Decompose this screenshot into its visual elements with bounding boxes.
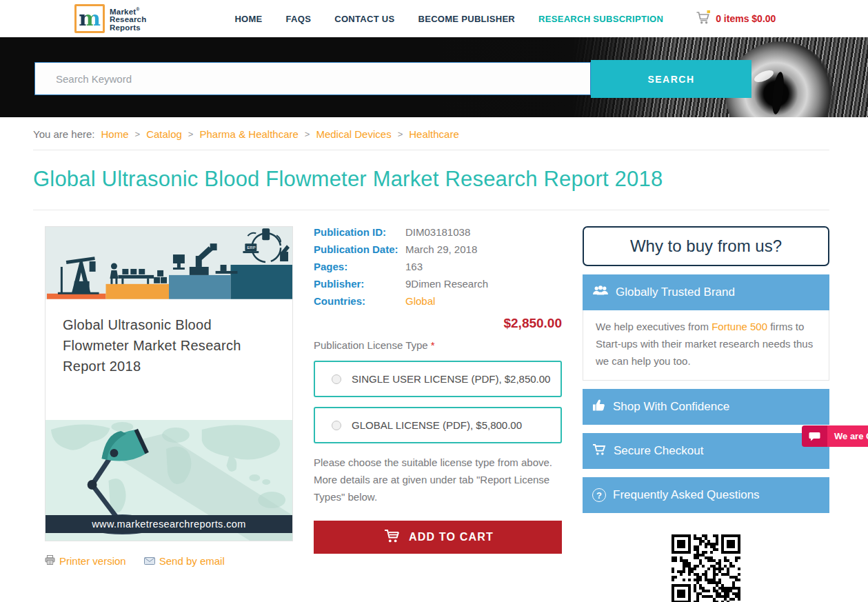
- report-cover-image: ERP Global Ultrasonic Blood Flowmeter Ma…: [45, 226, 293, 541]
- brand-line-2: Research: [110, 15, 146, 23]
- license-option-label: GLOBAL LICENSE (PDF), $5,800.00: [352, 419, 522, 431]
- countries-global-link[interactable]: Global: [405, 295, 435, 308]
- search-button[interactable]: SEARCH: [591, 60, 751, 98]
- license-option-label: SINGLE USER LICENSE (PDF), $2,850.00: [352, 373, 550, 385]
- detail-row-countries: Countries: Global: [314, 295, 562, 308]
- site-logo[interactable]: m Market® Research Reports: [74, 4, 146, 33]
- faq-bar[interactable]: ? Frequently Asked Questions: [583, 477, 829, 513]
- chat-status-label: We are O: [827, 425, 868, 447]
- printer-icon: [45, 555, 55, 567]
- nav-become-publisher[interactable]: BECOME PUBLISHER: [418, 14, 515, 24]
- shop-with-confidence-label: Shop With Confidence: [613, 400, 729, 414]
- detail-row-publication-id: Publication ID: DIM03181038: [314, 226, 562, 239]
- logo-letter: m: [79, 8, 101, 29]
- cover-industry-band: ERP: [46, 227, 292, 299]
- breadcrumb-medical-devices[interactable]: Medical Devices: [316, 128, 391, 140]
- product-image-column: ERP Global Ultrasonic Blood Flowmeter Ma…: [45, 226, 293, 567]
- industry-evolution-illustration: ERP: [46, 227, 292, 299]
- top-bar: m Market® Research Reports HOME FAQS CON…: [0, 0, 868, 37]
- breadcrumb-healthcare[interactable]: Healthcare: [409, 128, 459, 140]
- question-icon: ?: [592, 488, 606, 502]
- cover-map-band: www.marketresearchreports.com: [46, 420, 292, 541]
- nav-faqs[interactable]: FAQS: [286, 14, 312, 24]
- divider-under-title: [33, 210, 829, 210]
- license-option-single-user[interactable]: SINGLE USER LICENSE (PDF), $2,850.00: [314, 361, 562, 397]
- send-by-email-label: Send by email: [159, 555, 225, 567]
- breadcrumb-catalog[interactable]: Catalog: [146, 128, 182, 140]
- nav-research-subscription[interactable]: RESEARCH SUBSCRIPTION: [538, 14, 663, 24]
- nav-contact-us[interactable]: CONTACT US: [334, 14, 394, 24]
- cover-title: Global Ultrasonic Blood Flowmeter Market…: [63, 314, 273, 377]
- detail-label: Publisher:: [314, 278, 405, 290]
- license-type-label: Publication License Type *: [314, 339, 562, 351]
- detail-label: Publication Date:: [314, 243, 405, 256]
- qr-code: [670, 533, 742, 602]
- product-details-column: Publication ID: DIM03181038 Publication …: [314, 226, 562, 554]
- erp-label: ERP: [247, 245, 255, 250]
- main-nav: HOME FAQS CONTACT US BECOME PUBLISHER RE…: [234, 14, 663, 24]
- globally-trusted-brand-header[interactable]: Globally Trusted Brand: [583, 274, 829, 310]
- detail-value: DIM03181038: [405, 226, 470, 239]
- faq-label: Frequently Asked Questions: [613, 488, 760, 502]
- hero-banner: SEARCH: [0, 37, 868, 117]
- global-license-radio[interactable]: [332, 421, 341, 430]
- brand-line-1: Market: [110, 8, 136, 16]
- brand-line-3: Reports: [110, 23, 141, 32]
- breadcrumb-separator: >: [135, 129, 141, 139]
- breadcrumb-pharma-healthcare[interactable]: Pharma & Healthcare: [199, 128, 298, 140]
- question-glyph: ?: [596, 490, 602, 501]
- why-buy-sidebar: Why to buy from us?: [583, 226, 829, 602]
- live-chat-tab[interactable]: We are O: [802, 425, 868, 447]
- cart-icon: [695, 10, 711, 28]
- add-to-cart-button[interactable]: ADD TO CART: [314, 521, 562, 554]
- printer-version-label: Printer version: [59, 555, 126, 567]
- license-option-global[interactable]: GLOBAL LICENSE (PDF), $5,800.00: [314, 407, 562, 443]
- cover-title-area: Global Ultrasonic Blood Flowmeter Market…: [46, 299, 292, 420]
- breadcrumb: You are here: Home > Catalog > Pharma & …: [33, 117, 829, 150]
- secure-checkout-bar[interactable]: Secure Checkout: [583, 433, 829, 469]
- people-icon: [592, 285, 609, 301]
- printer-version-link[interactable]: Printer version: [45, 555, 126, 567]
- main-row: ERP Global Ultrasonic Blood Flowmeter Ma…: [33, 226, 829, 602]
- breadcrumb-prefix: You are here:: [33, 128, 95, 140]
- license-note: Please choose the suitable license type …: [314, 454, 562, 505]
- shop-with-confidence-bar[interactable]: Shop With Confidence: [583, 389, 829, 425]
- detail-row-publisher: Publisher: 9Dimen Research: [314, 278, 562, 290]
- required-asterisk: *: [431, 339, 435, 351]
- chat-bubble-icon: [802, 425, 827, 447]
- breadcrumb-separator: >: [305, 129, 310, 139]
- cart-summary[interactable]: 0 items $0.00: [695, 10, 776, 28]
- content-area: You are here: Home > Catalog > Pharma & …: [33, 117, 829, 602]
- cart-icon: [382, 528, 401, 546]
- cover-website-bar: www.marketresearchreports.com: [46, 515, 292, 533]
- detail-value: 163: [405, 261, 423, 273]
- logo-mark: m: [74, 4, 105, 33]
- detail-row-pages: Pages: 163: [314, 261, 562, 273]
- cart-count-total: 0 items $0.00: [716, 13, 776, 24]
- add-to-cart-label: ADD TO CART: [409, 531, 494, 543]
- detail-value: 9Dimen Research: [405, 278, 488, 290]
- license-type-text: Publication License Type: [314, 339, 431, 351]
- fortune-500-link[interactable]: Fortune 500: [711, 321, 767, 332]
- product-price: $2,850.00: [314, 316, 562, 331]
- page-title: Global Ultrasonic Blood Flowmeter Market…: [33, 150, 829, 210]
- registered-mark: ®: [136, 7, 139, 12]
- breadcrumb-separator: >: [398, 129, 403, 139]
- why-to-buy-title: Why to buy from us?: [583, 226, 829, 266]
- search-input[interactable]: [34, 62, 591, 95]
- detail-label: Pages:: [314, 261, 405, 273]
- send-by-email-link[interactable]: Send by email: [144, 555, 225, 567]
- nav-home[interactable]: HOME: [234, 14, 262, 24]
- single-user-license-radio[interactable]: [332, 374, 341, 384]
- secure-checkout-label: Secure Checkout: [614, 444, 703, 458]
- brand-name: Market® Research Reports: [110, 6, 146, 32]
- cover-website-url: www.marketresearchreports.com: [92, 519, 246, 530]
- thumbs-up-icon: [592, 399, 606, 415]
- email-icon: [144, 555, 155, 567]
- breadcrumb-separator: >: [188, 129, 194, 139]
- trusted-body-text: We help executives from: [596, 321, 711, 332]
- qr-code-wrap: [583, 533, 829, 602]
- breadcrumb-home[interactable]: Home: [101, 128, 129, 140]
- page: m Market® Research Reports HOME FAQS CON…: [0, 0, 868, 602]
- detail-value: March 29, 2018: [405, 243, 477, 256]
